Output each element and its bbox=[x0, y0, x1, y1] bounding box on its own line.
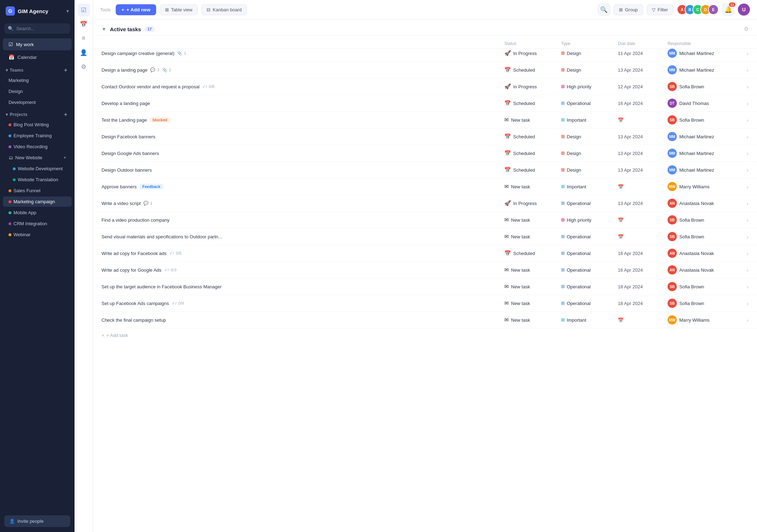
row-expand-icon[interactable]: › bbox=[739, 184, 748, 190]
sidebar-project-webinar[interactable]: Webinar bbox=[3, 229, 72, 240]
add-task-row[interactable]: + + Add task bbox=[93, 328, 757, 342]
sidebar-team-development[interactable]: Development bbox=[3, 97, 72, 107]
group-button[interactable]: ⊞ Group bbox=[614, 4, 643, 15]
row-expand-icon[interactable]: › bbox=[739, 300, 748, 306]
invite-icon: 👤 bbox=[9, 519, 15, 524]
sidebar-project-employee-training[interactable]: Employee Training bbox=[3, 131, 72, 141]
sidebar-project-website-development[interactable]: Website Development bbox=[3, 164, 72, 174]
row-expand-icon[interactable]: › bbox=[739, 117, 748, 123]
task-row[interactable]: Approve bannersFeedback ✉ New task Impor… bbox=[93, 178, 757, 195]
type-dot bbox=[561, 85, 565, 88]
search-placeholder: Search... bbox=[16, 26, 35, 31]
section-chevron-icon[interactable]: ▼ bbox=[102, 26, 106, 32]
row-expand-icon[interactable]: › bbox=[739, 250, 748, 256]
responsible-name: Michael Martinez bbox=[679, 167, 714, 173]
sidebar-team-design[interactable]: Design bbox=[3, 86, 72, 96]
toolbar-tasks-button[interactable]: ☑ bbox=[77, 4, 90, 16]
row-expand-icon[interactable]: › bbox=[739, 84, 748, 90]
task-status: ✉ New task bbox=[504, 300, 561, 306]
filter-button[interactable]: ▽ Filter bbox=[647, 4, 673, 15]
task-row[interactable]: Write ad copy for Facebook ads✓/0/5 📅 Sc… bbox=[93, 245, 757, 262]
app-logo[interactable]: G GIM Agency ▾ bbox=[0, 0, 75, 22]
table-view-button[interactable]: ⊞ Table view bbox=[160, 4, 198, 15]
add-team-button[interactable]: + bbox=[62, 67, 69, 73]
section-settings-icon[interactable]: ⚙ bbox=[744, 26, 748, 32]
task-name-cell: Set up Facebook Ads campaigns✓/0/9 bbox=[102, 301, 504, 306]
projects-toggle[interactable]: ▾ Projects bbox=[6, 112, 28, 117]
task-name-cell: Write a video script💬1 bbox=[102, 201, 504, 206]
toolbar-people-button[interactable]: 👤 bbox=[77, 46, 90, 59]
task-row[interactable]: Send visual materials and specifications… bbox=[93, 228, 757, 245]
row-expand-icon[interactable]: › bbox=[739, 134, 748, 140]
row-expand-icon[interactable]: › bbox=[739, 284, 748, 290]
task-row[interactable]: Set up the target audience in Facebook B… bbox=[93, 278, 757, 295]
project-dot bbox=[13, 167, 16, 170]
task-row[interactable]: Develop a landing page 📅 Scheduled Opera… bbox=[93, 95, 757, 112]
user-avatars[interactable]: A B C D E bbox=[677, 4, 719, 15]
sidebar-project-blog-post-writing[interactable]: Blog Post Writing bbox=[3, 120, 72, 130]
row-expand-icon[interactable]: › bbox=[739, 217, 748, 223]
sidebar-project-mobile-app[interactable]: Mobile App bbox=[3, 207, 72, 218]
task-row[interactable]: Contact Ourdoor vendor and request a pro… bbox=[93, 78, 757, 95]
task-row[interactable]: Test the Landing pageblocked ✉ New task … bbox=[93, 112, 757, 128]
invite-people-button[interactable]: 👤 Invite people bbox=[4, 515, 70, 527]
task-row[interactable]: Design Google Ads banners 📅 Scheduled De… bbox=[93, 145, 757, 162]
row-expand-icon[interactable]: › bbox=[739, 234, 748, 240]
meta-icon: ✓/ bbox=[169, 251, 174, 256]
sidebar-bottom: 👤 Invite people bbox=[0, 510, 75, 532]
task-row[interactable]: Set up Facebook Ads campaigns✓/0/9 ✉ New… bbox=[93, 295, 757, 312]
task-row[interactable]: Design a landing page💬3📎1 📅 Scheduled De… bbox=[93, 62, 757, 78]
type-label: Important bbox=[567, 117, 586, 123]
avatar: SB bbox=[668, 82, 677, 91]
sidebar-project-video-recording[interactable]: Video Recording bbox=[3, 142, 72, 152]
row-expand-icon[interactable]: › bbox=[739, 50, 748, 56]
status-icon: 📅 bbox=[504, 250, 511, 256]
search-bar[interactable]: 🔍 Search... bbox=[4, 23, 70, 34]
row-expand-icon[interactable]: › bbox=[739, 167, 748, 173]
avatar: AN bbox=[668, 199, 677, 208]
status-icon: 📅 bbox=[504, 150, 511, 156]
sidebar-project-website-translation[interactable]: Website Translation bbox=[3, 174, 72, 185]
sidebar-project-sales-funnel[interactable]: Sales Funnel bbox=[3, 185, 72, 196]
status-label: Scheduled bbox=[513, 151, 535, 156]
sidebar-team-marketing[interactable]: Marketing bbox=[3, 75, 72, 85]
sidebar-item-calendar[interactable]: 📅 Calendar bbox=[3, 51, 72, 63]
search-button[interactable]: 🔍 bbox=[598, 4, 610, 16]
task-row[interactable]: Write ad copy for Google Ads✓/0/3 ✉ New … bbox=[93, 262, 757, 278]
teams-toggle[interactable]: ▾ Teams bbox=[6, 68, 23, 73]
col-responsible: Responsible bbox=[668, 41, 739, 46]
user-avatar-top[interactable]: U bbox=[738, 4, 750, 16]
add-project-button[interactable]: + bbox=[62, 111, 69, 118]
responsible-name: Sofia Brown bbox=[679, 301, 704, 306]
sidebar-project-marketing-campaign[interactable]: Marketing campaign bbox=[3, 196, 72, 207]
task-row[interactable]: Design Outdoor banners 📅 Scheduled Desig… bbox=[93, 162, 757, 178]
task-row[interactable]: Write a video script💬1 🚀 In Progress Ope… bbox=[93, 195, 757, 212]
task-type: Design bbox=[561, 151, 618, 156]
row-expand-icon[interactable]: › bbox=[739, 67, 748, 73]
sidebar-project-crm-integration[interactable]: CRM Integration bbox=[3, 218, 72, 229]
project-dot bbox=[9, 123, 11, 126]
task-status: ✉ New task bbox=[504, 183, 561, 190]
task-name-cell: Approve bannersFeedback bbox=[102, 184, 504, 189]
kanban-board-button[interactable]: ⊟ Kanban board bbox=[201, 4, 247, 15]
teams-label: Teams bbox=[10, 68, 23, 73]
task-row[interactable]: Design Facebook banners 📅 Scheduled Desi… bbox=[93, 128, 757, 145]
row-expand-icon[interactable]: › bbox=[739, 100, 748, 106]
task-row[interactable]: Find a video production company ✉ New ta… bbox=[93, 212, 757, 228]
status-icon: ✉ bbox=[504, 217, 509, 223]
row-expand-icon[interactable]: › bbox=[739, 200, 748, 206]
type-label: High priority bbox=[567, 217, 591, 223]
toolbar-calendar-button[interactable]: 📅 bbox=[77, 18, 90, 31]
row-expand-icon[interactable]: › bbox=[739, 267, 748, 273]
sidebar-item-label: My work bbox=[16, 42, 34, 47]
row-expand-icon[interactable]: › bbox=[739, 150, 748, 156]
status-icon: ✉ bbox=[504, 267, 509, 273]
notifications-button[interactable]: 🔔 11 bbox=[722, 4, 734, 16]
toolbar-list-button[interactable]: ≡ bbox=[77, 32, 90, 45]
task-row[interactable]: Check the final campaign setup ✉ New tas… bbox=[93, 312, 757, 328]
add-new-button[interactable]: + + Add new bbox=[116, 4, 156, 15]
sidebar-item-my-work[interactable]: ☑ My work bbox=[3, 38, 72, 50]
sidebar-project-new-website[interactable]: 🗂 New Website ▾ bbox=[3, 153, 72, 163]
row-expand-icon[interactable]: › bbox=[739, 317, 748, 323]
toolbar-settings-button[interactable]: ⚙ bbox=[77, 60, 90, 73]
